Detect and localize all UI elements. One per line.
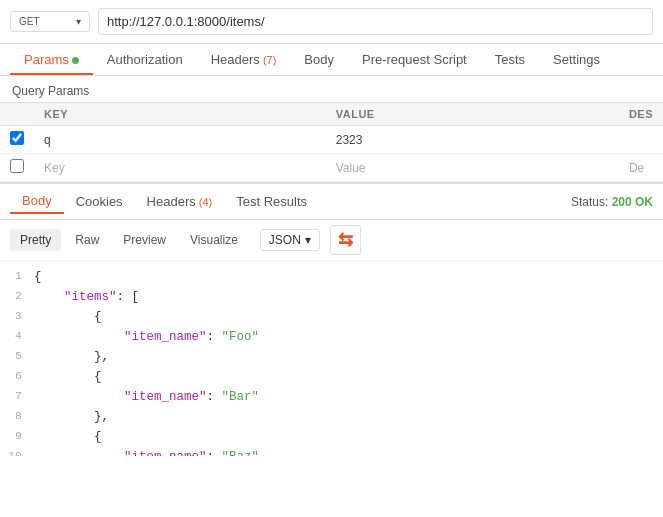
row-2-value: Value: [326, 154, 619, 182]
json-format-label: JSON: [269, 233, 301, 247]
json-brace: {: [94, 430, 102, 444]
json-brace: },: [94, 350, 109, 364]
json-key: "item_name": [124, 450, 207, 456]
json-string: "Bar": [222, 390, 260, 404]
json-brace: {: [94, 310, 102, 324]
params-table: KEY VALUE DES q 2323 Key Value De: [0, 102, 663, 182]
tab-body[interactable]: Body: [290, 44, 348, 75]
line-number: 10: [4, 447, 34, 456]
line-content: {: [34, 427, 102, 447]
row-2-checkbox[interactable]: [10, 159, 24, 173]
row-1-key: q: [34, 126, 326, 154]
line-content: "item_name": "Baz": [34, 447, 259, 456]
json-key: "item_name": [124, 330, 207, 344]
fmt-tab-preview[interactable]: Preview: [113, 229, 176, 251]
tab-headers[interactable]: Headers (7): [197, 44, 291, 75]
tab-settings[interactable]: Settings: [539, 44, 614, 75]
line-content: {: [34, 307, 102, 327]
format-bar: Pretty Raw Preview Visualize JSON ▾ ⇆: [0, 220, 663, 261]
json-line: 7 "item_name": "Bar": [0, 387, 663, 407]
url-bar: GET ▾: [0, 0, 663, 44]
json-line: 5 },: [0, 347, 663, 367]
resp-tab-body[interactable]: Body: [10, 189, 64, 214]
table-row: q 2323: [0, 126, 663, 154]
fmt-tab-visualize[interactable]: Visualize: [180, 229, 248, 251]
status-info: Status: 200 OK: [571, 195, 653, 209]
line-content: },: [34, 407, 109, 427]
json-plain: [34, 310, 94, 324]
status-label: Status:: [571, 195, 608, 209]
line-number: 1: [4, 267, 34, 287]
json-plain: [34, 350, 94, 364]
json-line: 3 {: [0, 307, 663, 327]
line-number: 4: [4, 327, 34, 347]
key-col-header: KEY: [34, 103, 326, 126]
json-plain: [34, 410, 94, 424]
tab-authorization[interactable]: Authorization: [93, 44, 197, 75]
json-plain: [34, 430, 94, 444]
json-line: 8 },: [0, 407, 663, 427]
resp-tab-headers[interactable]: Headers (4): [135, 190, 225, 213]
row-2-checkbox-cell[interactable]: [0, 154, 34, 182]
json-brace: {: [34, 270, 42, 284]
row-1-checkbox[interactable]: [10, 131, 24, 145]
fmt-tab-raw[interactable]: Raw: [65, 229, 109, 251]
line-number: 2: [4, 287, 34, 307]
tab-params[interactable]: Params: [10, 44, 93, 75]
resp-tab-testresults[interactable]: Test Results: [224, 190, 319, 213]
request-tabs: Params Authorization Headers (7) Body Pr…: [0, 44, 663, 76]
line-content: "item_name": "Bar": [34, 387, 259, 407]
row-1-desc: [619, 126, 663, 154]
line-content: "item_name": "Foo": [34, 327, 259, 347]
resp-tab-body-label: Body: [22, 193, 52, 208]
json-plain: :: [117, 290, 132, 304]
params-header-row: KEY VALUE DES: [0, 103, 663, 126]
fmt-tab-pretty[interactable]: Pretty: [10, 229, 61, 251]
tab-tests[interactable]: Tests: [481, 44, 539, 75]
resp-tab-headers-label: Headers: [147, 194, 196, 209]
row-checkbox-cell[interactable]: [0, 126, 34, 154]
row-1-value: 2323: [326, 126, 619, 154]
json-brace: },: [94, 410, 109, 424]
row-2-desc: De: [619, 154, 663, 182]
json-key: "items": [64, 290, 117, 304]
tab-settings-label: Settings: [553, 52, 600, 67]
tab-prerequest[interactable]: Pre-request Script: [348, 44, 481, 75]
headers-badge: (7): [260, 54, 277, 66]
line-number: 9: [4, 427, 34, 447]
json-line: 1{: [0, 267, 663, 287]
json-brace: {: [94, 370, 102, 384]
url-input[interactable]: [98, 8, 653, 35]
json-plain: :: [207, 390, 222, 404]
method-chevron: ▾: [76, 16, 81, 27]
json-line: 6 {: [0, 367, 663, 387]
value-col-header: VALUE: [326, 103, 619, 126]
line-number: 6: [4, 367, 34, 387]
tab-prerequest-label: Pre-request Script: [362, 52, 467, 67]
json-plain: [34, 330, 124, 344]
method-select[interactable]: GET ▾: [10, 11, 90, 32]
json-output: 1{2 "items": [3 {4 "item_name": "Foo"5 }…: [0, 261, 663, 456]
resp-headers-badge: (4): [196, 196, 213, 208]
wrap-button[interactable]: ⇆: [330, 225, 361, 255]
json-line: 10 "item_name": "Baz": [0, 447, 663, 456]
table-row: Key Value De: [0, 154, 663, 182]
json-line: 2 "items": [: [0, 287, 663, 307]
json-line: 9 {: [0, 427, 663, 447]
tab-authorization-label: Authorization: [107, 52, 183, 67]
tab-params-label: Params: [24, 52, 69, 67]
desc-col-header: DES: [619, 103, 663, 126]
line-content: {: [34, 267, 42, 287]
tab-body-label: Body: [304, 52, 334, 67]
json-format-chevron: ▾: [305, 233, 311, 247]
json-plain: [34, 370, 94, 384]
method-label: GET: [19, 16, 40, 27]
line-number: 3: [4, 307, 34, 327]
json-format-select[interactable]: JSON ▾: [260, 229, 320, 251]
checkbox-col-header: [0, 103, 34, 126]
resp-tab-cookies[interactable]: Cookies: [64, 190, 135, 213]
json-plain: [34, 390, 124, 404]
query-params-section: Query Params: [0, 76, 663, 102]
line-content: "items": [: [34, 287, 139, 307]
json-plain: :: [207, 330, 222, 344]
